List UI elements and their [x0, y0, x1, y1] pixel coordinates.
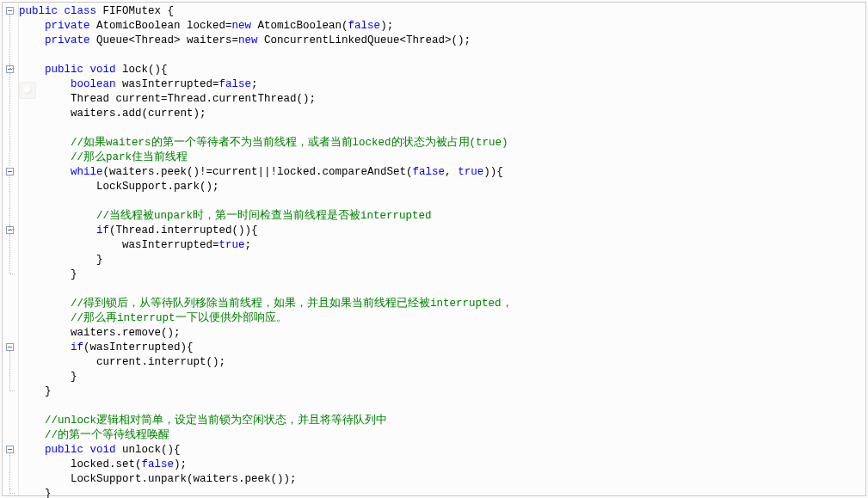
code-line[interactable]: current.interrupt();	[19, 355, 865, 370]
code-line[interactable]: //如果waiters的第一个等待者不为当前线程，或者当前locked的状态为被…	[19, 136, 865, 151]
fold-end	[9, 64, 15, 69]
fold-toggle-icon[interactable]	[6, 446, 14, 453]
code-line[interactable]: waiters.add(current);	[19, 107, 865, 121]
fold-guide	[9, 453, 10, 489]
code-line[interactable]: while(waiters.peek()!=current||!locked.c…	[19, 165, 865, 180]
fold-toggle-icon[interactable]	[6, 7, 14, 15]
code-line[interactable]: }	[19, 487, 865, 498]
fold-end	[9, 372, 15, 391]
code-line[interactable]	[19, 282, 865, 297]
code-line[interactable]: public void lock(){	[19, 63, 865, 77]
code-line[interactable]: Thread current=Thread.currentThread();	[19, 92, 865, 107]
fold-guide	[9, 351, 10, 372]
code-line[interactable]: }	[19, 253, 865, 267]
code-line[interactable]: waiters.remove();	[19, 326, 865, 341]
code-line[interactable]: //得到锁后，从等待队列移除当前线程，如果，并且如果当前线程已经被interru…	[19, 297, 865, 311]
code-area[interactable]: public class FIFOMutex { private AtomicB…	[19, 3, 865, 498]
code-line[interactable]: locked.set(false);	[19, 458, 865, 472]
code-editor[interactable]: public class FIFOMutex { private AtomicB…	[2, 2, 866, 496]
fold-toggle-icon[interactable]	[6, 168, 14, 175]
fold-guide	[9, 73, 10, 166]
code-line[interactable]	[19, 399, 865, 414]
code-line[interactable]: }	[19, 267, 865, 282]
fold-end	[9, 224, 15, 230]
code-line[interactable]: //那么再interrupt一下以便供外部响应。	[19, 311, 865, 326]
code-line[interactable]: //unlock逻辑相对简单，设定当前锁为空闲状态，并且将等待队列中	[19, 414, 865, 428]
code-line[interactable]	[19, 48, 865, 63]
code-line[interactable]: LockSupport.park();	[19, 180, 865, 194]
code-line[interactable]: private AtomicBoolean locked=new AtomicB…	[19, 19, 865, 34]
code-line[interactable]: //当线程被unpark时，第一时间检查当前线程是否被interrupted	[19, 209, 865, 224]
code-line[interactable]: }	[19, 384, 865, 399]
code-line[interactable]: wasInterrupted=true;	[19, 238, 865, 253]
code-line[interactable]: public void unlock(){	[19, 443, 865, 458]
code-line[interactable]: public class FIFOMutex {	[19, 4, 865, 19]
fold-toggle-icon[interactable]	[6, 343, 14, 351]
fold-gutter[interactable]	[3, 3, 19, 495]
code-line[interactable]: LockSupport.unpark(waiters.peek());	[19, 472, 865, 487]
code-line[interactable]: if(wasInterrupted){	[19, 341, 865, 355]
fold-guide	[9, 234, 10, 255]
code-line[interactable]	[19, 194, 865, 209]
code-line[interactable]: if(Thread.interrupted()){	[19, 224, 865, 238]
fold-guide	[9, 175, 10, 224]
fold-end	[9, 489, 15, 494]
code-line[interactable]: }	[19, 370, 865, 384]
code-line[interactable]: private Queue<Thread> waiters=new Concur…	[19, 34, 865, 48]
code-line[interactable]: //的第一个等待线程唤醒	[19, 428, 865, 443]
code-line[interactable]: //那么park住当前线程	[19, 151, 865, 165]
fold-guide	[9, 15, 10, 64]
code-line[interactable]	[19, 121, 865, 136]
code-line[interactable]: boolean wasInterrupted=false;	[19, 77, 865, 92]
fold-end	[9, 255, 15, 274]
